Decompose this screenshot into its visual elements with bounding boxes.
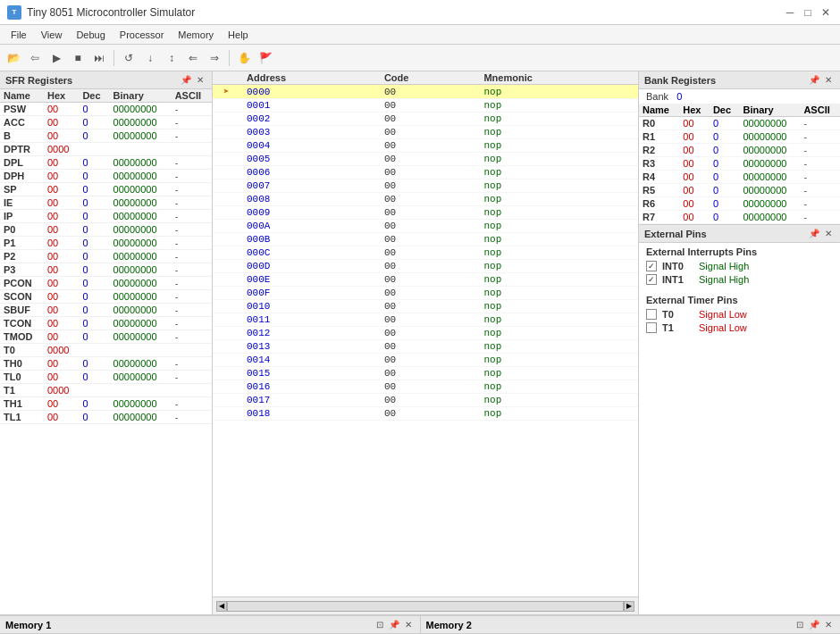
code-row[interactable]: 0007 00 nop (213, 179, 638, 193)
code-row[interactable]: 0016 00 nop (213, 380, 638, 394)
sfr-row[interactable]: TH0 00 0 00000000 - (0, 357, 212, 371)
sfr-row[interactable]: TH1 00 0 00000000 - (0, 397, 212, 411)
menu-processor[interactable]: Processor (113, 28, 172, 42)
memory2-float-btn[interactable]: ⊡ (794, 619, 806, 631)
title-bar-controls[interactable]: ─ □ ✕ (783, 5, 833, 20)
toolbar-step-btn[interactable]: ⏭ (89, 48, 109, 68)
code-row[interactable]: 0010 00 nop (213, 300, 638, 313)
t1-checkbox[interactable] (646, 322, 657, 333)
code-scrollbar-area[interactable]: ◀ ▶ (213, 596, 638, 614)
sfr-header-controls[interactable]: 📌 ✕ (180, 74, 206, 87)
code-row[interactable]: 0008 00 nop (213, 193, 638, 206)
code-row[interactable]: 000B 00 nop (213, 233, 638, 246)
bank-row[interactable]: R5 00 0 00000000 - (639, 184, 840, 197)
code-row[interactable]: 0015 00 nop (213, 367, 638, 380)
scroll-right-arrow[interactable]: ▶ (624, 601, 634, 612)
code-row[interactable]: 0006 00 nop (213, 166, 638, 179)
memory1-float-btn[interactable]: ⊡ (374, 619, 386, 631)
sfr-row[interactable]: IE 00 0 00000000 - (0, 196, 212, 210)
sfr-row[interactable]: P3 00 0 00000000 - (0, 263, 212, 277)
sfr-scroll-area[interactable]: Name Hex Dec Binary ASCII PSW 00 0 00000… (0, 89, 212, 614)
code-row[interactable]: 0011 00 nop (213, 313, 638, 327)
memory1-pin-btn[interactable]: 📌 (388, 619, 400, 631)
toolbar-run-to-btn[interactable]: ⇒ (205, 48, 224, 68)
memory2-close-btn[interactable]: ✕ (822, 619, 835, 631)
sfr-row[interactable]: SP 00 0 00000000 - (0, 183, 212, 196)
sfr-row[interactable]: B 00 0 00000000 - (0, 129, 212, 143)
sfr-row[interactable]: P2 00 0 00000000 - (0, 250, 212, 263)
sfr-row[interactable]: SCON 00 0 00000000 - (0, 290, 212, 304)
sfr-row[interactable]: ACC 00 0 00000000 - (0, 116, 212, 129)
code-row[interactable]: 0017 00 nop (213, 394, 638, 407)
scroll-left-arrow[interactable]: ◀ (216, 601, 227, 612)
int1-checkbox[interactable] (646, 274, 657, 285)
menu-memory[interactable]: Memory (171, 28, 221, 42)
toolbar-reset-btn[interactable]: ↺ (119, 48, 139, 68)
menu-view[interactable]: View (34, 28, 70, 42)
sfr-row[interactable]: P0 00 0 00000000 - (0, 223, 212, 237)
sfr-row[interactable]: T0 0000 (0, 344, 212, 357)
sfr-pin-btn[interactable]: 📌 (180, 74, 192, 87)
sfr-row[interactable]: PCON 00 0 00000000 - (0, 277, 212, 290)
bank-row[interactable]: R6 00 0 00000000 - (639, 197, 840, 211)
memory2-controls[interactable]: ⊡ 📌 ✕ (794, 619, 835, 631)
code-row[interactable]: 000F 00 nop (213, 287, 638, 300)
bank-row[interactable]: R2 00 0 00000000 - (639, 144, 840, 157)
menu-debug[interactable]: Debug (69, 28, 112, 42)
bank-row[interactable]: R3 00 0 00000000 - (639, 157, 840, 171)
int0-checkbox[interactable] (646, 261, 657, 271)
code-row[interactable]: 0001 00 nop (213, 99, 638, 113)
toolbar-step-out-btn[interactable]: ⇐ (183, 48, 203, 68)
sfr-row[interactable]: TMOD 00 0 00000000 - (0, 330, 212, 344)
bank-row[interactable]: R7 00 0 00000000 - (639, 211, 840, 224)
sfr-row[interactable]: P1 00 0 00000000 - (0, 237, 212, 250)
h-scrollbar[interactable] (227, 601, 624, 612)
memory1-controls[interactable]: ⊡ 📌 ✕ (374, 619, 415, 631)
sfr-row[interactable]: DPL 00 0 00000000 - (0, 156, 212, 170)
sfr-close-btn[interactable]: ✕ (194, 74, 206, 87)
menu-help[interactable]: Help (221, 28, 256, 42)
code-scroll-area[interactable]: Address Code Mnemonic ➤ 0000 00 nop 0001… (213, 71, 638, 596)
t0-checkbox[interactable] (646, 309, 657, 320)
code-row[interactable]: 000E 00 nop (213, 273, 638, 287)
bank-row[interactable]: R4 00 0 00000000 - (639, 171, 840, 184)
sfr-row[interactable]: DPH 00 0 00000000 - (0, 170, 212, 183)
sfr-row[interactable]: DPTR 0000 (0, 143, 212, 156)
code-row[interactable]: 000C 00 nop (213, 246, 638, 260)
minimize-button[interactable]: ─ (783, 5, 797, 20)
code-row[interactable]: 0018 00 nop (213, 407, 638, 421)
sfr-row[interactable]: SBUF 00 0 00000000 - (0, 304, 212, 317)
maximize-button[interactable]: □ (801, 5, 815, 20)
ext-pins-close-btn[interactable]: ✕ (822, 228, 835, 240)
toolbar-step-back-btn[interactable]: ⇦ (25, 48, 45, 68)
memory1-close-btn[interactable]: ✕ (402, 619, 415, 631)
memory2-pin-btn[interactable]: 📌 (808, 619, 820, 631)
code-row[interactable]: 0012 00 nop (213, 327, 638, 340)
close-button[interactable]: ✕ (819, 5, 833, 20)
sfr-row[interactable]: TCON 00 0 00000000 - (0, 317, 212, 330)
toolbar-step-over-btn[interactable]: ↕ (162, 48, 181, 68)
bank-header-controls[interactable]: 📌 ✕ (808, 74, 835, 87)
toolbar-run-btn[interactable]: ▶ (46, 48, 66, 68)
sfr-row[interactable]: T1 0000 (0, 384, 212, 397)
code-row[interactable]: 0004 00 nop (213, 139, 638, 153)
ext-pins-pin-btn[interactable]: 📌 (808, 228, 820, 240)
code-row[interactable]: 0014 00 nop (213, 354, 638, 367)
toolbar-step-into-btn[interactable]: ↓ (140, 48, 160, 68)
bank-row[interactable]: R1 00 0 00000000 - (639, 130, 840, 144)
sfr-row[interactable]: IP 00 0 00000000 - (0, 210, 212, 223)
code-row[interactable]: 0013 00 nop (213, 340, 638, 354)
code-row[interactable]: 000D 00 nop (213, 260, 638, 273)
code-row[interactable]: 0009 00 nop (213, 206, 638, 220)
code-row[interactable]: 000A 00 nop (213, 220, 638, 233)
toolbar-flag-btn[interactable]: 🚩 (256, 48, 275, 68)
toolbar-hand-btn[interactable]: ✋ (234, 48, 254, 68)
code-row[interactable]: 0005 00 nop (213, 153, 638, 166)
sfr-row[interactable]: TL0 00 0 00000000 - (0, 371, 212, 384)
code-row[interactable]: 0002 00 nop (213, 113, 638, 126)
bank-row[interactable]: R0 00 0 00000000 - (639, 117, 840, 130)
toolbar-stop-btn[interactable]: ■ (68, 48, 88, 68)
code-row[interactable]: 0003 00 nop (213, 126, 638, 139)
ext-pins-controls[interactable]: 📌 ✕ (808, 228, 835, 240)
sfr-row[interactable]: PSW 00 0 00000000 - (0, 103, 212, 116)
